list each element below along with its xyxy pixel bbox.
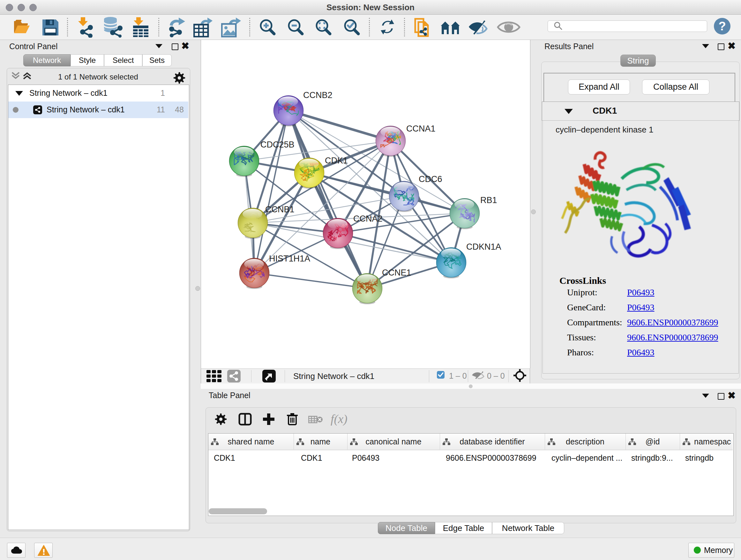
svg-text:?: ? [718, 19, 726, 33]
svg-text:RB1: RB1 [480, 195, 497, 205]
svg-text:CDC25B: CDC25B [260, 140, 294, 149]
svg-text:CCNA1: CCNA1 [406, 124, 435, 133]
svg-text:CCNA2: CCNA2 [353, 214, 383, 224]
svg-text:CCNB2: CCNB2 [303, 90, 333, 100]
svg-text:CCNE1: CCNE1 [382, 268, 411, 277]
svg-text:CDC6: CDC6 [419, 174, 442, 184]
svg-text:HIST1H1A: HIST1H1A [269, 254, 310, 263]
svg-text:CDKN1A: CDKN1A [466, 242, 501, 252]
svg-text:CCNB1: CCNB1 [265, 205, 294, 214]
svg-text:CDK1: CDK1 [325, 156, 348, 165]
